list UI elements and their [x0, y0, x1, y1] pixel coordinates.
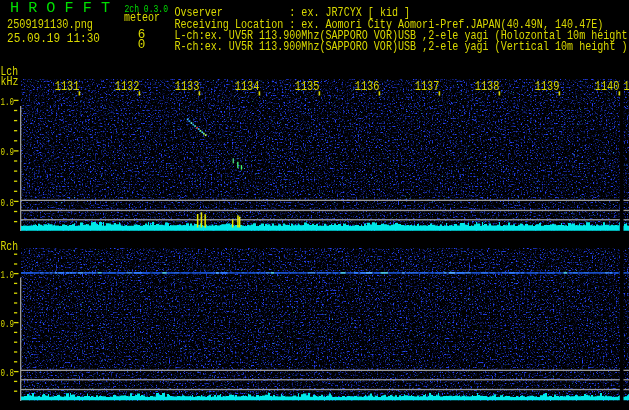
svg-text:0: 0 — [138, 38, 146, 52]
svg-text:0.9: 0.9 — [1, 317, 15, 330]
svg-text:11: 11 — [624, 79, 629, 94]
svg-text:R-ch:ex. UV5R 113.900Mhz(SAPPO: R-ch:ex. UV5R 113.900Mhz(SAPPORO VOR)USB… — [175, 40, 628, 54]
svg-text:1134: 1134 — [235, 79, 260, 94]
svg-text:1131: 1131 — [55, 79, 80, 94]
svg-text:1136: 1136 — [355, 79, 380, 94]
svg-text:1139: 1139 — [535, 79, 560, 94]
svg-text:H R O F F T: H R O F F T — [10, 0, 110, 16]
svg-text:1135: 1135 — [295, 79, 320, 94]
svg-text:1.0: 1.0 — [1, 268, 15, 281]
svg-text:kHz: kHz — [1, 75, 19, 89]
svg-text:25.09.19 11:30: 25.09.19 11:30 — [7, 32, 100, 46]
svg-text:0.8: 0.8 — [1, 196, 15, 209]
svg-text:1133: 1133 — [175, 79, 200, 94]
svg-text:1132: 1132 — [115, 79, 140, 94]
svg-text:1137: 1137 — [415, 79, 440, 94]
svg-text:0.9: 0.9 — [1, 145, 15, 158]
svg-text:0.8: 0.8 — [1, 366, 15, 379]
svg-text:Rch: Rch — [1, 240, 19, 254]
svg-text:1140: 1140 — [595, 79, 620, 94]
svg-text:1138: 1138 — [475, 79, 500, 94]
svg-text:1.0: 1.0 — [1, 95, 15, 108]
svg-text:meteor: meteor — [124, 11, 160, 25]
svg-text:2509191130.png: 2509191130.png — [7, 18, 93, 32]
